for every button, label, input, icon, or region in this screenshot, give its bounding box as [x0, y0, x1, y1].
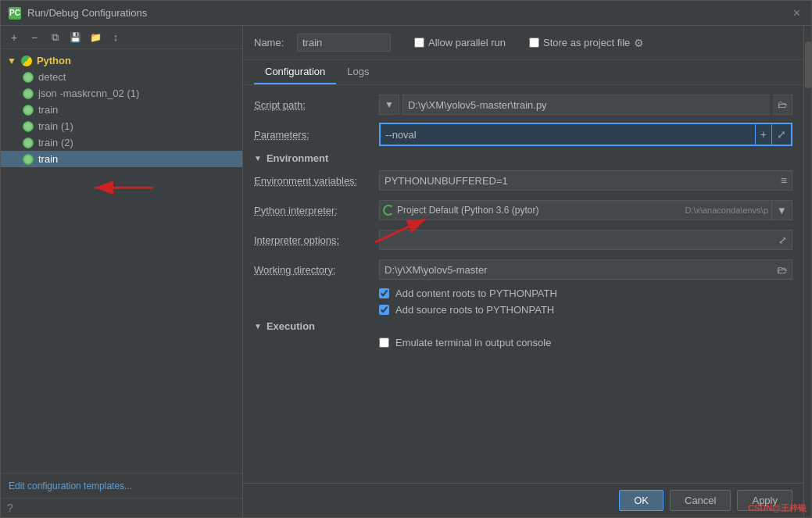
sidebar-item-detect[interactable]: detect — [1, 69, 242, 85]
store-project-label: Store as project file — [543, 37, 630, 48]
add-source-roots-label: Add source roots to PYTHONPATH — [395, 304, 554, 316]
app-icon: PC — [9, 7, 21, 20]
interpreter-value: Project Default (Python 3.6 (pytor) — [397, 205, 538, 216]
json-label: json -maskrcnn_02 (1) — [38, 88, 139, 99]
train-run-icon — [23, 105, 34, 116]
ok-button[interactable]: OK — [619, 490, 664, 511]
env-variables-edit-button[interactable]: ≡ — [776, 170, 792, 191]
interpreter-path[interactable]: D:\x\anaconda\envs\p — [681, 200, 771, 220]
right-panel: Name: Allow parallel run Store as projec… — [243, 26, 803, 517]
python-interpreter-label: Python interpreter: — [254, 205, 379, 216]
browse-folder-icon: 🗁 — [778, 99, 787, 110]
sort-icon: ↕ — [113, 31, 119, 43]
add-source-roots-checkbox[interactable] — [379, 305, 389, 315]
store-project-wrapper: Store as project file ⚙ — [529, 37, 644, 49]
script-path-row: Script path: ▼ 🗁 — [254, 93, 792, 116]
save-icon: 💾 — [70, 32, 81, 43]
env-variables-label: Environment variables: — [254, 175, 379, 187]
execution-section-header[interactable]: ▼ Execution — [254, 320, 792, 332]
sort-config-button[interactable]: ↕ — [107, 29, 124, 46]
title-bar: PC Run/Debug Configurations × — [1, 1, 811, 26]
sidebar-item-train-selected[interactable]: train — [1, 151, 242, 167]
train1-label: train (1) — [38, 120, 73, 132]
name-input[interactable] — [297, 34, 391, 52]
sidebar-item-json-maskrcnn[interactable]: json -maskrcnn_02 (1) — [1, 85, 242, 102]
main-content: + − ⧉ 💾 📁 ↕ ▼ — [1, 26, 811, 517]
python-folder-icon: ▼ — [7, 55, 16, 66]
working-dir-label: Working directory: — [254, 264, 379, 276]
interpreter-wrapper: Project Default (Python 3.6 (pytor) D:\x… — [379, 200, 792, 220]
watermark: CSDN@王梓银 — [748, 502, 807, 514]
sidebar-item-train-1[interactable]: train (1) — [1, 118, 242, 134]
close-button[interactable]: × — [790, 5, 803, 21]
sidebar-tree: ▼ Python detect json -maskrcnn_02 (1) tr… — [1, 49, 242, 473]
json-run-icon — [23, 88, 34, 99]
add-content-roots-row: Add content roots to PYTHONPATH — [254, 288, 792, 299]
sidebar-footer: Edit configuration templates... — [1, 473, 242, 498]
parameters-wrapper: + ⤢ — [379, 123, 792, 146]
interpreter-options-row: Interpreter options: ⤢ — [254, 228, 792, 252]
store-project-checkbox[interactable] — [529, 38, 539, 48]
form-area: Script path: ▼ 🗁 Parameters: + — [243, 85, 803, 483]
detect-label: detect — [38, 71, 66, 83]
train1-run-icon — [23, 121, 34, 132]
interpreter-options-expand-button[interactable]: ⤢ — [774, 230, 792, 250]
gear-button[interactable]: ⚙ — [634, 37, 644, 49]
parameters-input[interactable] — [381, 124, 755, 145]
sidebar-item-train-2[interactable]: train (2) — [1, 134, 242, 151]
allow-parallel-wrapper: Allow parallel run — [414, 37, 506, 48]
add-content-roots-checkbox[interactable] — [379, 288, 389, 298]
env-variables-row: Environment variables: ≡ — [254, 169, 792, 192]
params-add-button[interactable]: + — [755, 124, 771, 145]
scroll-thumb — [805, 41, 811, 88]
cancel-button[interactable]: Cancel — [670, 490, 731, 511]
folder-config-button[interactable]: 📁 — [87, 29, 104, 46]
env-collapse-icon: ▼ — [254, 154, 262, 163]
edit-templates-link[interactable]: Edit configuration templates... — [9, 480, 132, 491]
working-dir-input[interactable] — [379, 259, 772, 280]
help-button[interactable]: ? — [1, 498, 242, 517]
save-config-button[interactable]: 💾 — [66, 29, 84, 46]
emulate-terminal-row: Emulate terminal in output console — [254, 337, 792, 348]
env-var-wrapper: ≡ — [379, 170, 792, 191]
params-expand-button[interactable]: ⤢ — [771, 124, 791, 145]
train-label: train — [38, 104, 58, 116]
detect-run-icon — [23, 72, 34, 83]
env-variables-input[interactable] — [379, 170, 776, 191]
add-config-button[interactable]: + — [5, 29, 23, 46]
script-path-input[interactable] — [402, 95, 770, 115]
right-scrollbar[interactable] — [803, 26, 811, 517]
exec-collapse-icon: ▼ — [254, 322, 262, 330]
sidebar-item-train[interactable]: train — [1, 102, 242, 118]
script-path-browse-button[interactable]: 🗁 — [773, 95, 792, 115]
interpreter-dropdown-button[interactable]: ▼ — [772, 200, 792, 220]
tab-logs[interactable]: Logs — [336, 60, 380, 84]
train-sel-run-icon — [23, 154, 34, 165]
parameters-row: Parameters: + ⤢ — [254, 123, 792, 146]
working-dir-browse-button[interactable]: 🗁 — [772, 259, 792, 280]
copy-config-button[interactable]: ⧉ — [46, 29, 63, 46]
working-dir-wrapper: 🗁 — [379, 259, 792, 280]
copy-icon: ⧉ — [52, 31, 59, 44]
name-label: Name: — [254, 37, 289, 48]
execution-section-label: Execution — [266, 320, 315, 332]
interpreter-options-input[interactable] — [379, 230, 774, 250]
working-dir-row: Working directory: 🗁 — [254, 258, 792, 281]
script-path-type-dropdown[interactable]: ▼ — [379, 95, 399, 115]
environment-section-label: Environment — [266, 152, 328, 164]
python-label: Python — [37, 55, 71, 66]
train2-label: train (2) — [38, 137, 73, 148]
interpreter-select[interactable]: Project Default (Python 3.6 (pytor) — [379, 200, 681, 220]
sidebar-item-python[interactable]: ▼ Python — [1, 52, 242, 69]
add-source-roots-row: Add source roots to PYTHONPATH — [254, 304, 792, 316]
environment-section-header[interactable]: ▼ Environment — [254, 152, 792, 164]
emulate-terminal-label: Emulate terminal in output console — [395, 337, 551, 348]
emulate-terminal-checkbox[interactable] — [379, 338, 389, 348]
interpreter-path-value: D:\x\anaconda\envs\p — [685, 205, 767, 215]
remove-config-button[interactable]: − — [26, 29, 43, 46]
allow-parallel-checkbox[interactable] — [414, 38, 424, 48]
script-path-wrapper: ▼ 🗁 — [379, 95, 792, 115]
tab-configuration[interactable]: Configuration — [254, 60, 336, 84]
bottom-bar: OK Cancel Apply — [243, 483, 803, 517]
script-path-label: Script path: — [254, 99, 379, 111]
